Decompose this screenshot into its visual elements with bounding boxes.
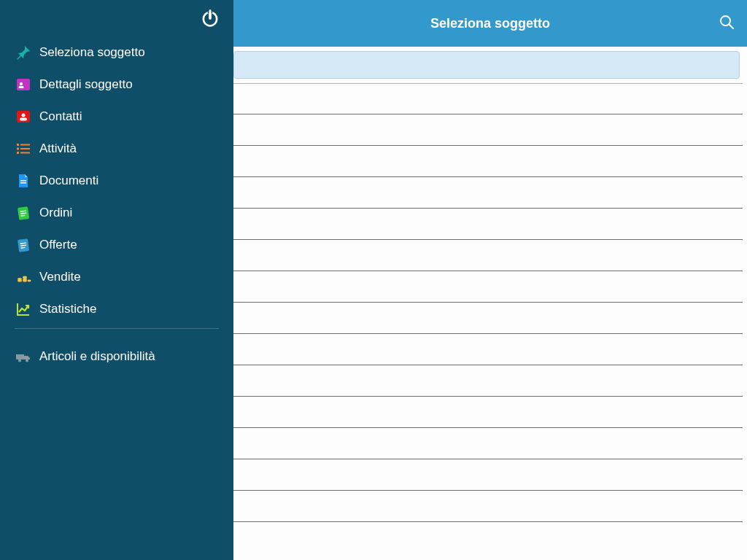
search-button[interactable]: [718, 13, 735, 34]
svg-point-34: [26, 359, 28, 362]
header: Seleziona soggetto: [233, 0, 747, 47]
list-icon: [7, 140, 39, 158]
sidebar-item-ordini[interactable]: Ordini: [7, 197, 226, 229]
clipboard-icon: [7, 204, 39, 222]
selected-row[interactable]: [233, 51, 740, 79]
sidebar-item-vendite[interactable]: Vendite: [7, 261, 226, 293]
list-item[interactable]: [233, 240, 743, 271]
svg-rect-13: [20, 148, 30, 149]
svg-point-27: [18, 278, 22, 280]
svg-point-8: [22, 114, 26, 117]
svg-rect-32: [16, 354, 24, 359]
list-item[interactable]: [233, 334, 743, 365]
id-icon: [7, 76, 39, 93]
svg-point-33: [18, 359, 21, 362]
svg-rect-16: [20, 180, 26, 182]
coins-icon: [7, 268, 39, 286]
svg-point-5: [20, 82, 23, 85]
subject-list: [233, 83, 743, 522]
chart-icon: [7, 300, 39, 318]
clipboard-icon: [7, 236, 39, 254]
list-item[interactable]: [233, 271, 743, 303]
svg-rect-6: [19, 86, 24, 88]
list-item[interactable]: [233, 83, 743, 114]
list-item[interactable]: [233, 397, 743, 428]
sidebar-item-label: Attività: [39, 141, 77, 156]
sidebar-divider: [15, 328, 219, 329]
document-icon: [7, 172, 39, 190]
list-item[interactable]: [233, 491, 743, 522]
svg-point-31: [28, 280, 31, 282]
sidebar-item-contatti[interactable]: Contatti: [7, 101, 226, 133]
content: [233, 47, 747, 560]
svg-rect-14: [17, 152, 19, 154]
svg-rect-12: [17, 148, 19, 150]
sidebar-item-seleziona-soggetto[interactable]: Seleziona soggetto: [7, 36, 226, 69]
power-icon: [201, 9, 220, 28]
pin-icon: [7, 44, 39, 61]
list-item[interactable]: [233, 209, 743, 240]
sidebar-item-offerte[interactable]: Offerte: [7, 229, 226, 261]
sidebar-nav: Seleziona soggetto Dettagli soggetto Con…: [0, 36, 233, 373]
sidebar: Seleziona soggetto Dettagli soggetto Con…: [0, 0, 233, 560]
main: Seleziona soggetto: [233, 0, 747, 560]
list-item[interactable]: [233, 303, 743, 334]
list-item[interactable]: [233, 146, 743, 177]
sidebar-item-label: Statistiche: [39, 302, 96, 316]
sidebar-item-label: Offerte: [39, 238, 77, 252]
svg-line-36: [729, 25, 734, 29]
contacts-icon: [7, 108, 39, 125]
sidebar-item-articoli[interactable]: Articoli e disponibilità: [7, 341, 226, 373]
list-item[interactable]: [233, 114, 743, 146]
sidebar-item-statistiche[interactable]: Statistiche: [7, 293, 226, 325]
sidebar-item-label: Contatti: [39, 109, 82, 124]
search-icon: [718, 13, 735, 31]
sidebar-item-label: Documenti: [39, 174, 98, 188]
svg-rect-4: [17, 79, 30, 90]
list-item[interactable]: [233, 459, 743, 491]
sidebar-item-label: Ordini: [39, 206, 72, 220]
svg-rect-10: [17, 144, 19, 146]
svg-rect-17: [20, 182, 26, 184]
list-item[interactable]: [233, 428, 743, 459]
sidebar-top: [0, 0, 233, 36]
sidebar-item-dettagli-soggetto[interactable]: Dettagli soggetto: [7, 69, 226, 101]
sidebar-item-label: Articoli e disponibilità: [39, 349, 155, 364]
page-title: Seleziona soggetto: [430, 16, 550, 31]
list-item[interactable]: [233, 365, 743, 397]
power-button[interactable]: [200, 8, 220, 28]
truck-icon: [7, 348, 39, 365]
list-item[interactable]: [233, 177, 743, 209]
sidebar-item-attivita[interactable]: Attività: [7, 133, 226, 165]
sidebar-item-label: Vendite: [39, 270, 81, 284]
sidebar-item-label: Dettagli soggetto: [39, 77, 133, 92]
svg-rect-9: [20, 118, 27, 121]
svg-rect-15: [20, 152, 30, 154]
sidebar-item-label: Seleziona soggetto: [39, 45, 145, 60]
svg-point-30: [23, 276, 27, 278]
svg-rect-11: [20, 144, 30, 146]
sidebar-item-documenti[interactable]: Documenti: [7, 165, 226, 197]
